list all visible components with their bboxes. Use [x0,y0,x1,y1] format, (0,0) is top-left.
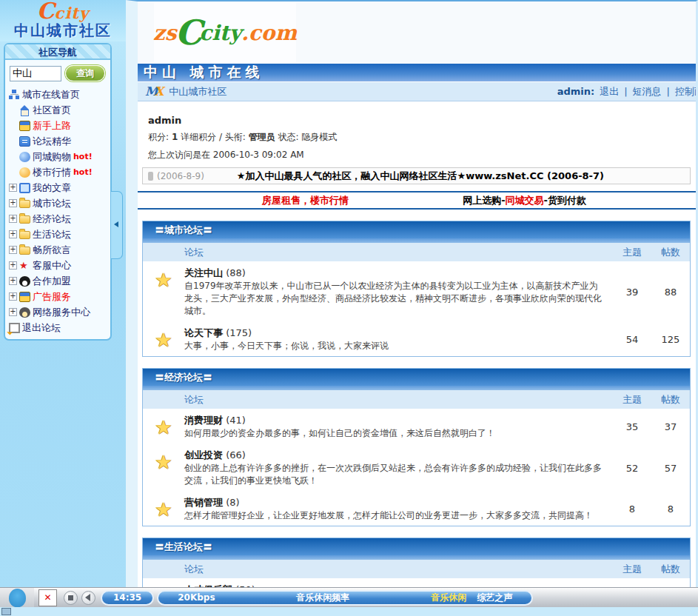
credit-detail-link[interactable]: 详细积分 [181,132,216,142]
user-info: admin 积分: 1 详细积分 / 头衔: 管理员 状态: 隐身模式 您上次访… [138,101,696,161]
column-header-forum: 论坛 [184,246,613,259]
sidebar-tree-item[interactable]: + 生活论坛 [9,227,110,242]
breadcrumb-site-link[interactable]: 中山城市社区 [169,85,226,98]
sidebar-tree-item[interactable]: 城市在线首页 [9,87,110,102]
expand-plus-icon[interactable]: + [9,230,17,238]
forum-topics-value: 54 [613,327,651,352]
search-button[interactable]: 查询 [65,65,105,81]
tree-item-label: 论坛精华 [33,135,71,148]
credit-label: 积分: [148,132,169,142]
forum-thread-count: (175) [226,327,252,338]
tree-item-label: 生活论坛 [33,228,71,241]
forum-section-header: 〓城市论坛〓 [143,221,690,238]
forum-description: 怎样才能管理好企业，让企业更好地发展，怎样才能让公司的业务更进一步，大家多多交流… [184,509,605,522]
close-icon: ✕ [44,593,51,602]
logo-c: C [175,13,203,53]
tree-item-label: 我的文章 [33,181,71,195]
messages-link[interactable]: 短消息 [633,85,662,98]
expand-plus-icon[interactable]: + [9,261,17,270]
forum-thread-count: (41) [226,415,246,426]
qq-penguin-icon [9,589,26,607]
column-header-topics: 主题 [613,563,651,576]
sidebar-tree-item[interactable]: + 城市论坛 [9,195,110,211]
forum-row: ★ 人才俱乐部 (50) 招聘单位、个人求职者发布信息，交流你们的求职招聘中的感… [143,578,690,587]
credit-value: 1 [172,132,178,142]
ad-link-housing[interactable]: 房屋租售，楼市行情 [262,194,349,207]
forum-row: ★ 关注中山 (88) 自1979年改革开放以来，中山市已从一个以农业经济为主体… [143,261,690,321]
expand-plus-icon[interactable]: + [9,215,17,223]
volume-button[interactable] [81,591,95,605]
announcement-bar[interactable]: (2006-8-9) ★加入中山最具人气的社区，融入中山网络社区生活★www.z… [142,167,691,184]
forum-row: ★ 营销管理 (8) 怎样才能管理好企业，让企业更好地发展，怎样才能让公司的业务… [143,491,690,526]
separator: / [219,132,222,142]
expand-plus-icon[interactable]: + [9,199,17,207]
nav-panel-header: 社区导航 [5,44,110,60]
separator: | [624,86,627,97]
tree-item-label: 经济论坛 [33,212,71,226]
expand-plus-icon[interactable]: + [9,246,17,254]
separator: | [667,86,670,97]
sidebar-tree-item[interactable]: + 网络服务中心 [9,304,110,320]
sidebar-logo: Ccity 中山城市社区 [0,0,126,41]
username-label: admin: [557,86,595,97]
logo-zs: zs [153,21,177,45]
forum-link[interactable]: 关注中山 [184,267,223,278]
sidebar-tree-item[interactable]: 新手上路 [19,118,110,133]
sidebar-tree-item[interactable]: + 广告服务 [9,289,110,304]
sidebar-tree-item[interactable]: + 经济论坛 [9,211,110,227]
bottom-strip [0,607,698,616]
forum-section-title: 〓经济论坛〓 [155,371,212,384]
announcement-text: ★加入中山最具人气的社区，融入中山网络社区生活★www.zsNet.CC (20… [237,170,604,183]
expand-plus-icon[interactable]: + [9,308,17,316]
expand-plus-icon[interactable]: + [9,292,17,301]
qq-tray-button[interactable] [0,588,34,608]
forum-description: 创业的路上总有许许多多的挫折，在一次次跌倒后又站起来，总会有许许多多的成功经验，… [184,462,605,487]
sidebar-tree-item[interactable]: 楼市行情 hot! [19,164,110,180]
ad-link-shopping[interactable]: 网上选购-同城交易-货到付款 [463,194,586,207]
expand-plus-icon[interactable]: + [9,184,17,192]
tree-item-label: 畅所欲言 [33,244,71,257]
column-header-posts: 帖数 [651,246,690,259]
tree-item-label: 社区首页 [33,104,71,117]
logout-link[interactable]: 退出 [600,85,619,98]
sidebar-tree-item[interactable]: + 畅所欲言 [9,242,110,258]
forum-description: 大事，小事，今日天下事；你说，我说，大家来评说 [184,340,605,352]
forum-row: ★ 消费理财 (41) 如何用最少的资金办最多的事，如何让自己的资金增值，来这后… [143,409,690,443]
forum-star-icon: ★ [155,270,172,318]
speaker-icon [85,594,90,601]
sidebar-collapse-tab[interactable] [111,191,123,259]
sidebar-tree-item[interactable]: + 客服中心 [9,258,110,273]
sidebar-tree-item[interactable]: 同城购物 hot! [19,149,110,164]
forum-link[interactable]: 营销管理 [184,497,223,508]
forum-rows: ★ 人才俱乐部 (50) 招聘单位、个人求职者发布信息，交流你们的求职招聘中的感… [143,578,690,587]
tree-item-label: 城市论坛 [33,197,71,210]
last-visit: 您上次访问是在 2006-10-3 09:02 AM [148,149,696,161]
folder-icon [19,231,30,239]
forum-link[interactable]: 消费理财 [184,415,223,426]
bitrate-display: 20Kbps [178,592,215,603]
stop-button[interactable] [64,591,78,605]
column-header-topics: 主题 [613,246,651,259]
control-panel-link[interactable]: 控制面板 [675,85,698,98]
expand-plus-icon[interactable]: + [9,277,17,285]
sidebar-tree-item[interactable]: + 我的文章 [9,180,110,195]
logo-com: .com [241,21,297,45]
penguin2-icon [19,307,30,318]
sidebar-tree-item[interactable]: 退出论坛 [9,320,110,335]
sidebar-tree-item[interactable]: 社区首页 [19,102,110,118]
forum-posts-value: 88 [651,267,690,318]
nav-panel: 社区导航 查询 城市在线首页 社区首页 新手上路 论坛精华 同城购物 hot! [4,43,112,341]
tray-mini-icon[interactable] [1,608,11,615]
forum-row: ★ 论天下事 (175) 大事，小事，今日天下事；你说，我说，大家来评说 54 … [143,321,690,356]
sidebar-tree-item[interactable]: 论坛精华 [19,133,110,149]
forum-link[interactable]: 创业投资 [184,449,223,461]
search-input[interactable] [10,66,61,81]
forum-section-header: 〓经济论坛〓 [143,369,690,386]
time-display: 14:35 [101,590,154,606]
stop-icon [68,595,73,600]
status-label: 状态: [278,132,298,142]
forum-star-icon: ★ [155,500,172,522]
forum-link[interactable]: 论天下事 [184,327,223,338]
close-player-button[interactable]: ✕ [38,589,57,606]
sidebar-tree-item[interactable]: + 合作加盟 [9,273,110,289]
